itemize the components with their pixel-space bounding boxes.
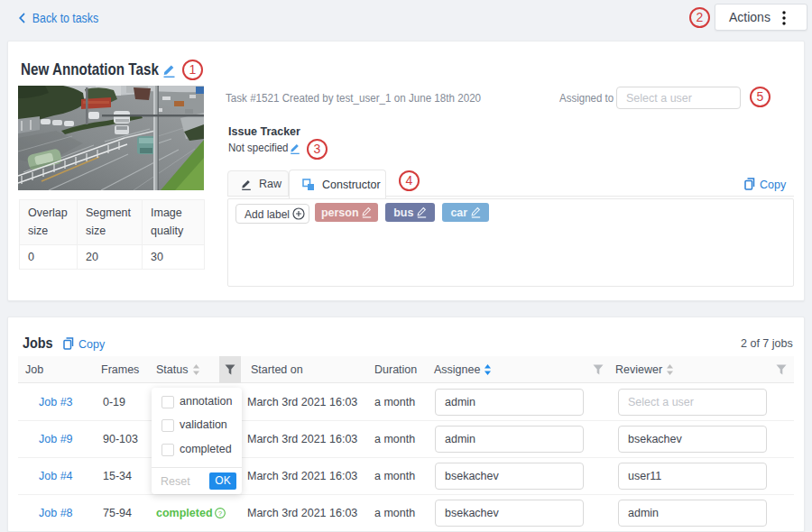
svg-text:?: ?: [218, 509, 223, 518]
